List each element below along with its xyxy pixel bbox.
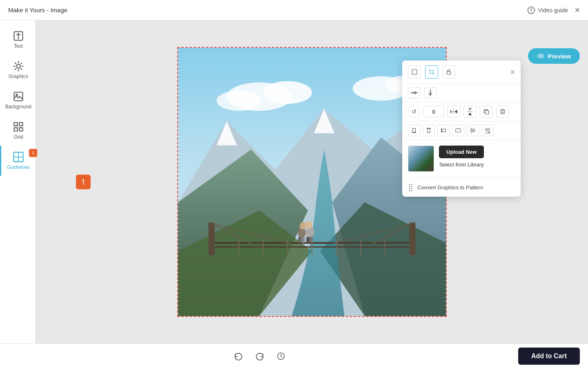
guidelines-icon <box>13 151 24 163</box>
svg-rect-53 <box>310 237 313 242</box>
popup-stretch-row <box>402 84 521 102</box>
crop-mode-button[interactable] <box>425 65 438 79</box>
image-options-panel: × ↺ 0 <box>402 61 521 197</box>
undo-button[interactable] <box>231 349 246 364</box>
history-icon <box>276 352 285 361</box>
stretch-vertical-button[interactable] <box>424 87 437 99</box>
duplicate-icon <box>483 108 490 115</box>
flip-vertical-button[interactable] <box>463 105 477 118</box>
svg-text:?: ? <box>530 8 533 13</box>
svg-rect-33 <box>209 222 215 255</box>
svg-marker-61 <box>413 92 415 94</box>
redo-icon <box>255 352 264 361</box>
crop-icon <box>428 69 435 75</box>
convert-to-pattern-label: Convert Graphics to Pattern <box>417 184 483 191</box>
popup-image-actions: Upload New Select from Library <box>439 146 484 168</box>
svg-rect-6 <box>14 92 23 101</box>
sidebar-item-graphics-label: Graphics <box>9 74 28 79</box>
svg-rect-67 <box>429 94 432 94</box>
svg-rect-10 <box>14 128 18 131</box>
sidebar-item-grid[interactable]: Grid <box>0 115 36 146</box>
align-center-v-button[interactable] <box>467 125 479 136</box>
history-button[interactable] <box>274 349 288 364</box>
header-actions: ? Video guide × <box>527 6 580 15</box>
thumbnail-image <box>408 146 434 171</box>
svg-point-20 <box>216 90 261 111</box>
svg-rect-76 <box>485 110 489 114</box>
stretch-horizontal-button[interactable] <box>408 87 420 99</box>
stretch-h-icon <box>410 90 418 96</box>
upload-new-button[interactable]: Upload New <box>439 146 484 158</box>
rotate-ccw-button[interactable]: ↺ <box>408 105 420 118</box>
redo-button[interactable] <box>252 349 267 364</box>
popup-rotation-row: ↺ 0 <box>402 102 521 121</box>
add-to-cart-button[interactable]: Add to Cart <box>518 348 580 365</box>
svg-point-51 <box>305 221 312 229</box>
popup-close-button[interactable]: × <box>510 68 515 76</box>
svg-rect-81 <box>442 129 445 132</box>
video-guide-button[interactable]: ? Video guide <box>527 6 568 14</box>
image-thumbnail <box>408 146 434 172</box>
header-close-button[interactable]: × <box>575 6 580 15</box>
sidebar-item-background-label: Background <box>5 104 31 110</box>
svg-rect-58 <box>412 70 417 74</box>
select-from-library-link[interactable]: Select from Library <box>439 162 484 168</box>
left-alert-label: ! <box>82 178 85 186</box>
svg-rect-52 <box>306 237 310 242</box>
sidebar-item-guidelines[interactable]: Guidelines ! <box>0 146 36 176</box>
align-top-icon <box>425 127 432 134</box>
popup-mode-icons <box>408 65 455 79</box>
flip-horizontal-button[interactable] <box>447 105 460 118</box>
svg-marker-72 <box>454 110 458 114</box>
svg-rect-62 <box>415 91 416 95</box>
lock-button[interactable] <box>442 65 455 79</box>
svg-point-46 <box>298 228 306 238</box>
align-left-button[interactable] <box>437 125 450 136</box>
svg-rect-89 <box>488 128 489 133</box>
svg-rect-88 <box>486 128 487 131</box>
sidebar-item-text-label: Text <box>14 43 23 49</box>
popup-image-area: Upload New Select from Library <box>402 140 521 178</box>
preview-button-label: Preview <box>548 53 571 60</box>
sidebar: Text Graphics Background Grid <box>0 20 36 343</box>
duplicate-button[interactable] <box>480 105 493 118</box>
rotation-input[interactable]: 0 <box>423 106 444 117</box>
sidebar-item-text[interactable]: Text <box>0 25 36 55</box>
popup-alignment-row <box>402 121 521 140</box>
background-icon <box>13 91 24 102</box>
svg-rect-11 <box>19 128 22 131</box>
align-bottom-button[interactable] <box>408 125 420 136</box>
svg-point-7 <box>16 94 18 96</box>
svg-point-5 <box>16 64 20 68</box>
svg-marker-71 <box>450 110 453 114</box>
grid-icon <box>13 121 24 132</box>
text-icon <box>13 30 24 42</box>
popup-header: × <box>402 61 521 84</box>
align-top-button[interactable] <box>423 125 435 136</box>
align-top-edge-button[interactable] <box>452 125 464 136</box>
svg-marker-75 <box>468 112 472 116</box>
sidebar-item-grid-label: Grid <box>14 134 23 140</box>
undo-icon <box>234 352 243 361</box>
svg-rect-83 <box>456 129 461 132</box>
svg-rect-48 <box>298 237 301 243</box>
flip-v-icon <box>467 108 473 115</box>
sidebar-item-background[interactable]: Background <box>0 85 36 115</box>
footer-controls <box>8 349 512 364</box>
sidebar-item-guidelines-label: Guidelines <box>7 164 30 170</box>
sidebar-item-graphics[interactable]: Graphics <box>0 55 36 85</box>
convert-to-pattern-area[interactable]: ⣿ Convert Graphics to Pattern <box>402 178 521 197</box>
svg-rect-34 <box>410 222 416 255</box>
stretch-v-icon <box>428 89 433 96</box>
left-alert-badge[interactable]: ! <box>76 175 91 189</box>
preview-button[interactable]: Preview <box>528 48 580 64</box>
pattern-icon: ⣿ <box>408 183 413 192</box>
svg-rect-49 <box>301 237 305 243</box>
graphics-icon <box>13 61 24 72</box>
eye-icon <box>537 52 544 60</box>
align-bottom-edge-button[interactable] <box>481 125 494 136</box>
trash-icon <box>499 108 506 115</box>
select-mode-button[interactable] <box>408 65 421 79</box>
svg-point-16 <box>540 55 542 57</box>
delete-button[interactable] <box>496 105 509 118</box>
